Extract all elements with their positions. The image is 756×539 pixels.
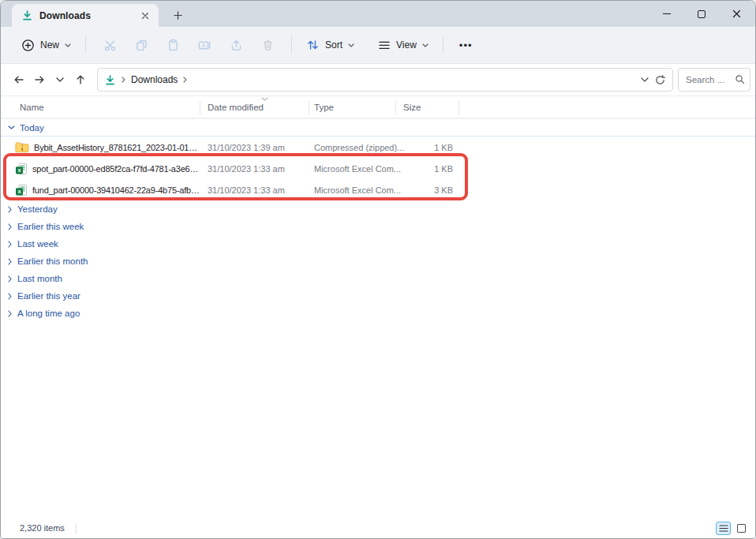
maximize-button[interactable] bbox=[684, 1, 719, 27]
chevron-down-icon bbox=[65, 43, 71, 47]
window-controls bbox=[649, 1, 754, 27]
sort-indicator-icon bbox=[261, 97, 268, 101]
breadcrumb-chevron-icon bbox=[183, 77, 187, 83]
group-a-long-time-ago[interactable]: A long time ago bbox=[1, 305, 755, 322]
svg-text:A: A bbox=[202, 43, 206, 48]
toolbar-separator bbox=[443, 36, 443, 54]
forward-button[interactable] bbox=[29, 69, 50, 90]
tab-close-icon[interactable] bbox=[138, 9, 152, 23]
file-size: 3 KB bbox=[397, 185, 459, 195]
toolbar-separator bbox=[85, 36, 86, 54]
group-label: Yesterday bbox=[17, 204, 58, 214]
file-explorer-window: Downloads New bbox=[0, 0, 756, 539]
column-separator[interactable] bbox=[458, 101, 459, 114]
file-type: Microsoft Excel Com... bbox=[310, 164, 397, 174]
breadcrumb-chevron-icon bbox=[122, 77, 125, 83]
more-options-button[interactable]: ••• bbox=[451, 39, 481, 51]
file-row-zip[interactable]: Bybit_AssetHistory_8781621_2023-01-01_20… bbox=[1, 137, 755, 158]
file-row-fund[interactable]: x fund_part-00000-39410462-22a9-4b75-afb… bbox=[1, 179, 755, 200]
downloads-icon bbox=[104, 74, 116, 86]
tab-title: Downloads bbox=[39, 10, 132, 21]
file-row-spot[interactable]: x spot_part-00000-ed85f2ca-f7fd-4781-a3e… bbox=[1, 158, 755, 179]
breadcrumb-downloads[interactable]: Downloads bbox=[131, 74, 178, 85]
search-icon bbox=[735, 74, 745, 84]
group-label: Last month bbox=[17, 274, 62, 283]
address-bar[interactable]: Downloads bbox=[97, 68, 673, 92]
sort-button[interactable]: Sort bbox=[300, 34, 361, 56]
more-icon: ••• bbox=[459, 39, 473, 51]
sort-button-label: Sort bbox=[325, 39, 342, 51]
chevron-right-icon bbox=[8, 310, 12, 317]
column-header-date-modified[interactable]: Date modified bbox=[200, 103, 310, 112]
tab-downloads[interactable]: Downloads bbox=[12, 4, 159, 27]
group-earlier-this-month[interactable]: Earlier this month bbox=[1, 253, 755, 270]
group-earlier-this-week[interactable]: Earlier this week bbox=[1, 218, 755, 235]
address-chevron-icon[interactable] bbox=[641, 77, 649, 82]
toolbar-separator bbox=[291, 36, 292, 54]
view-button-label: View bbox=[396, 39, 417, 51]
column-separator[interactable] bbox=[200, 101, 200, 114]
chevron-down-icon bbox=[348, 43, 354, 47]
view-button[interactable]: View bbox=[372, 35, 435, 56]
icons-view-toggle[interactable] bbox=[734, 522, 749, 535]
share-icon bbox=[230, 39, 243, 52]
refresh-icon[interactable] bbox=[654, 74, 666, 86]
back-button[interactable] bbox=[9, 69, 29, 90]
chevron-right-icon bbox=[8, 258, 12, 265]
recent-locations-button[interactable] bbox=[50, 69, 70, 90]
chevron-right-icon bbox=[8, 275, 12, 283]
file-size: 1 KB bbox=[397, 164, 459, 174]
minimize-button[interactable] bbox=[649, 1, 684, 27]
up-button[interactable] bbox=[70, 69, 91, 90]
rename-icon: A bbox=[197, 39, 211, 52]
cut-button[interactable] bbox=[94, 32, 125, 58]
command-bar: New A Sort View bbox=[1, 27, 755, 64]
close-button[interactable] bbox=[719, 1, 754, 27]
new-button[interactable]: New bbox=[15, 34, 77, 57]
group-today[interactable]: Today bbox=[1, 118, 755, 137]
file-type: Microsoft Excel Com... bbox=[310, 185, 397, 195]
group-last-week[interactable]: Last week bbox=[1, 235, 755, 253]
copy-icon bbox=[135, 39, 148, 52]
column-header-size[interactable]: Size bbox=[397, 103, 459, 112]
column-header-type[interactable]: Type bbox=[310, 103, 397, 112]
back-icon bbox=[13, 73, 25, 86]
minimize-icon bbox=[663, 13, 671, 14]
forward-icon bbox=[33, 73, 46, 86]
new-plus-icon bbox=[21, 39, 35, 52]
column-header-name[interactable]: Name bbox=[1, 103, 200, 112]
delete-icon bbox=[261, 39, 275, 52]
zip-file-icon bbox=[15, 141, 29, 153]
group-label: Last week bbox=[17, 239, 58, 249]
rename-button[interactable]: A bbox=[189, 32, 220, 58]
group-last-month[interactable]: Last month bbox=[1, 270, 755, 287]
new-button-label: New bbox=[40, 39, 59, 51]
details-view-toggle[interactable] bbox=[716, 522, 731, 535]
downloads-icon bbox=[21, 9, 33, 21]
new-tab-button[interactable] bbox=[168, 6, 187, 24]
column-separator[interactable] bbox=[395, 101, 396, 114]
paste-button[interactable] bbox=[157, 32, 189, 58]
group-yesterday[interactable]: Yesterday bbox=[1, 200, 755, 218]
chevron-right-icon bbox=[8, 206, 12, 213]
cut-icon bbox=[103, 39, 117, 52]
search-box bbox=[678, 68, 750, 92]
group-label: Today bbox=[20, 123, 44, 133]
column-separator[interactable] bbox=[309, 101, 309, 114]
new-tab-icon bbox=[174, 11, 182, 20]
paste-icon bbox=[167, 39, 180, 52]
chevron-right-icon bbox=[8, 223, 12, 230]
close-icon bbox=[732, 9, 741, 18]
delete-button[interactable] bbox=[252, 32, 283, 58]
group-earlier-this-year[interactable]: Earlier this year bbox=[1, 287, 755, 305]
copy-button[interactable] bbox=[125, 32, 157, 58]
file-date: 31/10/2023 1:33 am bbox=[200, 185, 310, 195]
share-button[interactable] bbox=[220, 32, 252, 58]
sort-icon bbox=[306, 39, 320, 51]
group-label: Earlier this year bbox=[17, 291, 80, 301]
chevron-right-icon bbox=[8, 293, 12, 300]
file-name: spot_part-00000-ed85f2ca-f7fd-4781-a3e6-… bbox=[32, 164, 200, 174]
file-date: 31/10/2023 1:33 am bbox=[200, 164, 310, 174]
file-list: Name Date modified Type Size Today Bybit… bbox=[1, 96, 755, 518]
file-name: Bybit_AssetHistory_8781621_2023-01-01_20… bbox=[34, 143, 200, 152]
